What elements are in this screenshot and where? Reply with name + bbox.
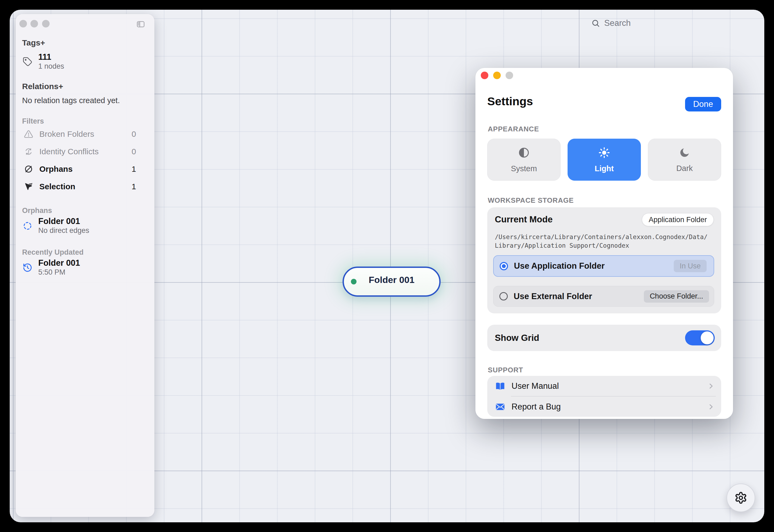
filter-label: Broken Folders — [39, 129, 94, 139]
warning-triangle-icon — [23, 129, 34, 139]
orphan-title: Folder 001 — [38, 216, 89, 226]
graph-node-folder[interactable]: Folder 001 — [343, 267, 441, 297]
moon-icon — [679, 147, 691, 159]
tag-subtitle: 1 nodes — [38, 62, 64, 71]
filter-identity-conflicts[interactable]: Identity Conflicts 0 — [22, 144, 148, 159]
filter-count: 1 — [131, 165, 136, 174]
theme-option-light[interactable]: Light — [567, 139, 641, 181]
settings-fab-button[interactable] — [727, 484, 755, 512]
settings-title: Settings — [487, 95, 533, 108]
history-clock-icon — [22, 263, 33, 273]
half-circle-icon — [518, 146, 530, 159]
chevron-right-icon — [707, 403, 715, 411]
search-bar — [591, 18, 674, 28]
tag-title: 111 — [38, 52, 64, 62]
current-mode-label: Current Mode — [495, 214, 553, 225]
dialog-zoom-button — [505, 72, 513, 79]
sidebar-toggle-button[interactable] — [135, 19, 146, 30]
use-application-folder-option[interactable]: Use Application Folder In Use — [493, 255, 714, 277]
show-grid-row: Show Grid — [487, 325, 721, 351]
filter-label: Selection — [39, 182, 75, 191]
filter-count: 0 — [131, 147, 136, 156]
theme-option-dark[interactable]: Dark — [648, 139, 721, 181]
theme-option-system[interactable]: System — [487, 139, 560, 181]
theme-label: Light — [595, 164, 614, 173]
window-close-button[interactable] — [19, 20, 27, 27]
toggle-knob — [701, 331, 714, 344]
envelope-icon — [495, 402, 505, 412]
orphan-list-item[interactable]: Folder 001 No direct edges — [22, 216, 89, 235]
tag-icon — [22, 57, 33, 67]
book-icon — [495, 381, 505, 391]
theme-label: System — [511, 164, 537, 173]
support-card: User Manual Report a Bug — [487, 376, 721, 417]
orphan-subtitle: No direct edges — [38, 226, 89, 235]
window-minimize-button[interactable] — [30, 20, 38, 27]
cursor-rays-icon — [23, 182, 34, 191]
storage-section-header: WORKSPACE STORAGE — [488, 196, 574, 205]
user-manual-item[interactable]: User Manual — [487, 376, 721, 396]
filter-orphans[interactable]: Orphans 1 — [22, 161, 148, 177]
gear-icon — [734, 491, 747, 504]
search-icon — [591, 19, 600, 27]
ban-icon — [23, 165, 34, 174]
node-status-dot-icon — [351, 279, 357, 285]
filter-label: Orphans — [39, 165, 72, 174]
filter-count: 0 — [131, 129, 136, 139]
filter-label: Identity Conflicts — [39, 147, 99, 156]
recent-section-header: Recently Updated — [22, 248, 83, 257]
tags-header[interactable]: Tags+ — [22, 38, 45, 47]
orphans-section-header: Orphans — [22, 207, 52, 215]
filter-selection[interactable]: Selection 1 — [22, 179, 148, 194]
filter-count: 1 — [131, 182, 136, 191]
recent-list-item[interactable]: Folder 001 5:50 PM — [22, 258, 80, 277]
mode-badge: Application Folder — [642, 213, 714, 226]
relations-empty-text: No relation tags created yet. — [22, 96, 120, 105]
radio-unselected-icon[interactable] — [499, 292, 508, 300]
dashed-circle-icon — [22, 221, 33, 231]
show-grid-label: Show Grid — [495, 333, 539, 343]
search-input[interactable] — [604, 18, 674, 28]
relations-header[interactable]: Relations+ — [22, 82, 63, 91]
theme-label: Dark — [676, 164, 693, 173]
node-label: Folder 001 — [369, 275, 414, 285]
use-external-folder-option[interactable]: Use External Folder Choose Folder... — [493, 286, 714, 307]
dialog-close-button[interactable] — [481, 72, 488, 79]
report-bug-item[interactable]: Report a Bug — [487, 397, 721, 417]
done-button[interactable]: Done — [685, 97, 721, 111]
sun-icon — [598, 146, 611, 159]
tag-item[interactable]: 111 1 nodes — [22, 52, 64, 71]
option-label: Use External Folder — [514, 292, 592, 301]
appearance-section-header: APPEARANCE — [488, 125, 539, 133]
window-zoom-button[interactable] — [42, 20, 50, 27]
app-window: Folder 001 Tags+ 111 1 nodes — [10, 10, 764, 522]
chevron-right-icon — [707, 382, 715, 390]
option-label: Use Application Folder — [514, 261, 605, 271]
radio-selected-icon[interactable] — [500, 262, 508, 270]
storage-card: Current Mode Application Folder /Users/k… — [487, 207, 721, 313]
filter-broken-folders[interactable]: Broken Folders 0 — [22, 126, 148, 142]
dialog-minimize-button[interactable] — [493, 72, 501, 79]
support-section-header: SUPPORT — [488, 366, 523, 374]
support-label: Report a Bug — [511, 402, 561, 412]
recent-subtitle: 5:50 PM — [38, 268, 80, 277]
in-use-badge: In Use — [674, 260, 707, 272]
recent-title: Folder 001 — [38, 258, 80, 268]
show-grid-toggle[interactable] — [685, 330, 715, 345]
support-label: User Manual — [511, 381, 559, 391]
filters-section-header: Filters — [22, 117, 44, 125]
settings-dialog: Settings Done APPEARANCE System Light D — [475, 68, 733, 419]
sidebar-panel: Tags+ 111 1 nodes Relations+ No relation… — [16, 14, 154, 517]
theme-selector: System Light Dark — [487, 139, 721, 181]
storage-path: /Users/kircerta/Library/Containers/alexx… — [495, 233, 707, 250]
choose-folder-button[interactable]: Choose Folder... — [644, 290, 709, 303]
sync-alert-icon — [23, 147, 34, 156]
